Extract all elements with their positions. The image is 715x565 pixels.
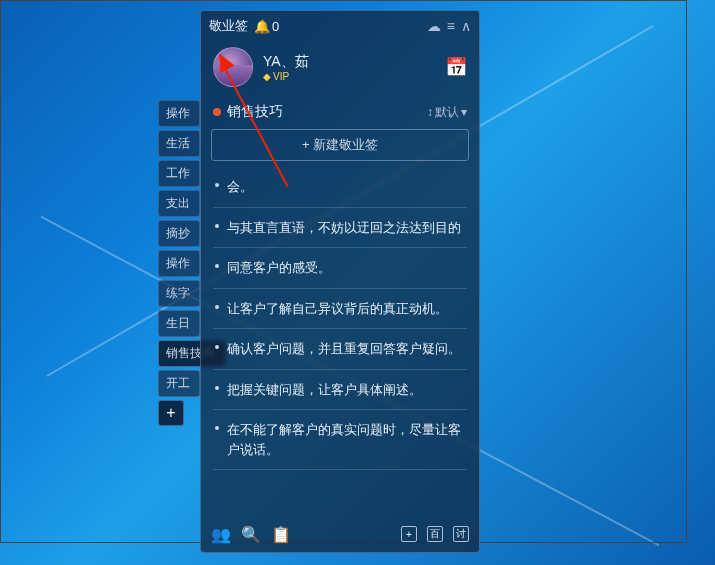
- bell-count: 0: [272, 19, 279, 34]
- add-tab-button[interactable]: +: [158, 400, 184, 426]
- app-window: 敬业签 🔔 0 ☁ ≡ ∧ YA、茹 ◆ VIP 📅 销售技巧 ↕ 默认 ▾: [200, 10, 480, 553]
- members-icon[interactable]: 👥: [211, 525, 231, 544]
- notifications-button[interactable]: 🔔 0: [254, 19, 279, 34]
- side-tab[interactable]: 工作: [158, 160, 200, 187]
- list-item[interactable]: 同意客户的感受。: [213, 248, 467, 289]
- list-item[interactable]: 确认客户问题，并且重复回答客户疑问。: [213, 329, 467, 370]
- list-item[interactable]: 在不能了解客户的真实问题时，尽量让客户说话。: [213, 410, 467, 470]
- hundred-button[interactable]: 百: [427, 526, 443, 542]
- side-tab[interactable]: 生活: [158, 130, 200, 157]
- side-tab[interactable]: 支出: [158, 190, 200, 217]
- new-note-button[interactable]: + 新建敬业签: [211, 129, 469, 161]
- side-tab[interactable]: 练字: [158, 280, 200, 307]
- search-icon[interactable]: 🔍: [241, 525, 261, 544]
- list-item[interactable]: 与其直言直语，不妨以迂回之法达到目的: [213, 208, 467, 249]
- sort-button[interactable]: ↕ 默认 ▾: [427, 104, 467, 121]
- calendar-icon[interactable]: 📅: [445, 56, 467, 78]
- bottom-toolbar: 👥 🔍 📋 + 百 讨: [201, 516, 479, 552]
- side-tab[interactable]: 摘抄: [158, 220, 200, 247]
- username: YA、茹: [263, 53, 435, 71]
- app-title: 敬业签: [209, 17, 248, 35]
- diamond-icon: ◆: [263, 71, 271, 82]
- note-list: 会。 与其直言直语，不妨以迂回之法达到目的 同意客户的感受。 让客户了解自己异议…: [201, 167, 479, 516]
- vip-badge: ◆ VIP: [263, 71, 435, 82]
- menu-icon[interactable]: ≡: [447, 18, 455, 34]
- status-dot-icon: [213, 108, 221, 116]
- side-tab[interactable]: 操作: [158, 100, 200, 127]
- calendar-list-icon[interactable]: 📋: [271, 525, 291, 544]
- side-tab[interactable]: 开工: [158, 370, 200, 397]
- sort-icon: ↕: [427, 105, 433, 119]
- titlebar: 敬业签 🔔 0 ☁ ≡ ∧: [201, 11, 479, 41]
- bell-icon: 🔔: [254, 19, 270, 34]
- side-tab[interactable]: 生日: [158, 310, 200, 337]
- section-title: 销售技巧: [227, 103, 283, 121]
- list-item[interactable]: 会。: [213, 167, 467, 208]
- profile-section: YA、茹 ◆ VIP 📅: [201, 41, 479, 97]
- chevron-up-icon[interactable]: ∧: [461, 18, 471, 34]
- list-item[interactable]: 把握关键问题，让客户具体阐述。: [213, 370, 467, 411]
- cloud-sync-icon[interactable]: ☁: [427, 18, 441, 34]
- list-item[interactable]: 让客户了解自己异议背后的真正动机。: [213, 289, 467, 330]
- side-tab[interactable]: 操作: [158, 250, 200, 277]
- chevron-down-icon: ▾: [461, 105, 467, 119]
- add-square-button[interactable]: +: [401, 526, 417, 542]
- discuss-button[interactable]: 讨: [453, 526, 469, 542]
